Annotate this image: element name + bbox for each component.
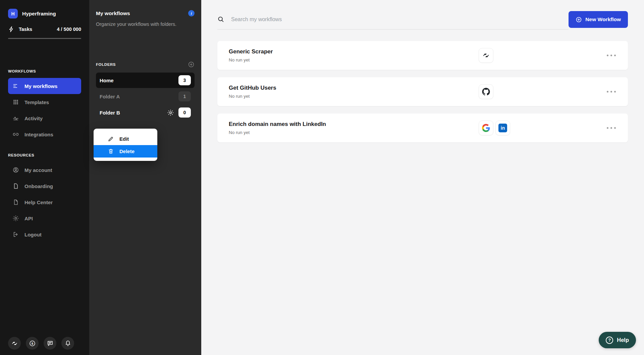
context-menu-label: Delete bbox=[119, 148, 135, 154]
workflow-more-menu-icon[interactable] bbox=[605, 89, 618, 95]
context-menu-label: Edit bbox=[119, 136, 129, 142]
folder-row-folder-a[interactable]: Folder A 1 bbox=[96, 89, 195, 104]
workflow-more-menu-icon[interactable] bbox=[605, 125, 618, 131]
sidebar-item-integrations[interactable]: Integrations bbox=[8, 126, 81, 142]
section-label-folders: FOLDERS bbox=[96, 62, 116, 66]
sidebar-item-my-workflows[interactable]: My workflows bbox=[8, 78, 81, 94]
folder-name: Folder B bbox=[100, 110, 120, 116]
sidebar-item-label: Activity bbox=[24, 116, 43, 121]
sidebar-footer: $ bbox=[8, 337, 74, 350]
question-icon: ? bbox=[606, 337, 613, 344]
pencil-icon bbox=[108, 136, 114, 142]
folder-settings-gear-icon[interactable] bbox=[167, 109, 174, 116]
hyperframing-integration-icon bbox=[479, 48, 493, 63]
tasks-progress-bar bbox=[8, 38, 81, 39]
workflow-status: No run yet bbox=[229, 57, 273, 62]
section-label-resources: RESOURCES bbox=[8, 153, 81, 157]
activity-icon bbox=[12, 115, 19, 122]
brand-logo: H bbox=[8, 9, 18, 18]
new-workflow-label: New Workflow bbox=[585, 16, 621, 23]
google-integration-icon bbox=[479, 121, 493, 135]
section-label-workflows: WORKFLOWS bbox=[8, 69, 81, 73]
sidebar-item-my-account[interactable]: My account bbox=[8, 162, 81, 178]
plus-circle-icon bbox=[576, 16, 582, 23]
panel-title: My workflows bbox=[96, 10, 130, 16]
search-icon bbox=[217, 16, 224, 23]
brand-header: H Hyperframing bbox=[8, 9, 81, 18]
grid-icon bbox=[12, 99, 19, 105]
brand-glyph-icon[interactable] bbox=[8, 337, 21, 350]
folder-row-folder-b[interactable]: Folder B 0 bbox=[96, 105, 195, 120]
info-icon[interactable]: i bbox=[188, 10, 195, 16]
context-menu-delete[interactable]: Delete bbox=[94, 145, 157, 158]
workflow-row-enrich-domains[interactable]: Enrich domain names with LinkedIn No run… bbox=[217, 114, 628, 142]
folder-name: Home bbox=[100, 78, 114, 83]
sidebar-item-label: Logout bbox=[24, 232, 42, 237]
sidebar-item-label: API bbox=[24, 216, 33, 221]
sidebar-item-templates[interactable]: Templates bbox=[8, 94, 81, 110]
tasks-counter: Tasks 4 / 500 000 bbox=[8, 26, 81, 33]
currency-icon[interactable]: $ bbox=[26, 337, 39, 350]
folder-count-badge: 0 bbox=[178, 107, 191, 118]
tasks-value: 4 / 500 000 bbox=[57, 27, 81, 32]
search-bar bbox=[217, 9, 569, 30]
folders-panel: My workflows i Organize your workflows w… bbox=[89, 0, 201, 355]
sidebar-item-label: Help Center bbox=[24, 199, 53, 205]
sidebar-item-help-center[interactable]: Help Center bbox=[8, 194, 81, 210]
linkedin-integration-icon: in bbox=[495, 121, 510, 135]
folder-context-menu: Edit Delete bbox=[94, 129, 157, 161]
gear-icon bbox=[12, 215, 19, 222]
workflow-title: Get GitHub Users bbox=[229, 85, 276, 91]
sidebar-item-label: Integrations bbox=[24, 132, 53, 137]
workflow-more-menu-icon[interactable] bbox=[605, 53, 618, 58]
workflow-status: No run yet bbox=[229, 130, 326, 135]
sidebar-item-activity[interactable]: Activity bbox=[8, 110, 81, 126]
sidebar-item-logout[interactable]: Logout bbox=[8, 226, 81, 242]
folder-row-home[interactable]: Home 3 bbox=[96, 73, 195, 88]
workflow-title: Generic Scraper bbox=[229, 48, 273, 55]
chat-icon[interactable] bbox=[44, 337, 56, 350]
folder-count-badge: 3 bbox=[178, 75, 191, 85]
context-menu-edit[interactable]: Edit bbox=[94, 133, 157, 145]
file-icon bbox=[12, 199, 19, 206]
user-icon bbox=[12, 167, 19, 173]
sidebar-item-label: My workflows bbox=[24, 83, 57, 89]
workflow-row-generic-scraper[interactable]: Generic Scraper No run yet bbox=[217, 41, 628, 70]
github-integration-icon bbox=[479, 84, 493, 99]
workflow-title: Enrich domain names with LinkedIn bbox=[229, 121, 326, 128]
svg-text:$: $ bbox=[31, 342, 33, 345]
search-input[interactable] bbox=[231, 16, 569, 23]
sidebar-item-label: My account bbox=[24, 167, 52, 173]
sidebar-item-onboarding[interactable]: Onboarding bbox=[8, 178, 81, 194]
sidebar-item-api[interactable]: API bbox=[8, 210, 81, 226]
logout-icon bbox=[12, 231, 19, 238]
brand-initial: H bbox=[11, 11, 14, 16]
app-sidebar: H Hyperframing Tasks 4 / 500 000 WORKFLO… bbox=[0, 0, 89, 355]
folder-count-badge: 1 bbox=[178, 91, 191, 101]
workflow-row-get-github-users[interactable]: Get GitHub Users No run yet bbox=[217, 77, 628, 106]
folder-name: Folder A bbox=[100, 94, 120, 99]
panel-description: Organize your workflows with folders. bbox=[96, 21, 181, 28]
bolt-icon bbox=[8, 26, 15, 33]
main-content: New Workflow Generic Scraper No run yet … bbox=[201, 0, 644, 355]
help-button[interactable]: ? Help bbox=[599, 332, 636, 348]
brand-name: Hyperframing bbox=[22, 11, 56, 17]
sidebar-item-label: Templates bbox=[24, 99, 49, 105]
add-folder-icon[interactable] bbox=[188, 61, 195, 68]
sidebar-item-label: Onboarding bbox=[24, 183, 53, 189]
list-icon bbox=[12, 83, 19, 89]
tasks-label: Tasks bbox=[19, 27, 32, 32]
document-icon bbox=[12, 183, 19, 189]
link-icon bbox=[12, 131, 19, 138]
bell-icon[interactable] bbox=[61, 337, 74, 350]
new-workflow-button[interactable]: New Workflow bbox=[569, 11, 628, 28]
workflow-status: No run yet bbox=[229, 94, 276, 99]
trash-icon bbox=[108, 148, 114, 154]
help-label: Help bbox=[617, 337, 629, 343]
